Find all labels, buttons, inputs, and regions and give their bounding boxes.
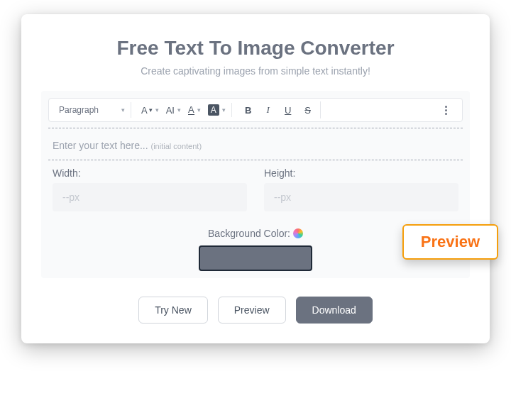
bold-button[interactable]: B <box>239 101 258 118</box>
background-label: Background Color: <box>208 228 290 239</box>
color-wheel-icon <box>293 228 303 238</box>
chevron-down-icon: ▾ <box>121 106 125 114</box>
dimensions-row: Width: Height: <box>48 167 463 211</box>
editor-toolbar: Paragraph ▾ A▾ ▾ AI ▾ A ▾ A ▾ <box>48 98 463 122</box>
chevron-down-icon: ▾ <box>155 106 159 114</box>
height-column: Height: <box>264 167 458 211</box>
page-subtitle: Create captivating images from simple te… <box>41 65 470 77</box>
width-input[interactable] <box>53 183 247 211</box>
block-format-select[interactable]: Paragraph ▾ <box>53 102 131 118</box>
font-family-dropdown[interactable]: A▾ ▾ <box>138 104 162 117</box>
text-editor-area[interactable]: Enter your text here... (initial content… <box>48 133 463 155</box>
more-group <box>434 101 458 118</box>
chevron-down-icon: ▾ <box>177 106 181 114</box>
height-input[interactable] <box>264 183 458 211</box>
chevron-down-icon: ▾ <box>222 106 226 114</box>
background-color-swatch[interactable] <box>199 245 312 271</box>
separator <box>48 160 463 160</box>
background-section: Background Color: <box>48 227 463 271</box>
action-buttons: Try New Preview Download <box>41 297 470 324</box>
chevron-down-icon: ▾ <box>197 106 201 114</box>
converter-card: Free Text To Image Converter Create capt… <box>21 14 490 343</box>
italic-button[interactable]: I <box>259 101 278 118</box>
editor-placeholder-hint: (initial content) <box>151 142 202 150</box>
try-new-button[interactable]: Try New <box>138 297 208 324</box>
font-color-dropdown[interactable]: A ▾ <box>185 104 204 116</box>
block-format-label: Paragraph <box>59 105 99 115</box>
separator <box>48 128 463 128</box>
preview-button[interactable]: Preview <box>218 297 286 324</box>
background-label-row: Background Color: <box>208 228 303 239</box>
font-group: A▾ ▾ AI ▾ A ▾ A ▾ <box>136 103 232 117</box>
format-group: B I U S <box>236 101 321 118</box>
more-icon <box>439 106 453 115</box>
strikethrough-button[interactable]: S <box>299 101 317 118</box>
font-size-dropdown[interactable]: AI ▾ <box>163 104 184 117</box>
height-label: Height: <box>264 167 458 179</box>
download-button[interactable]: Download <box>296 297 373 324</box>
width-label: Width: <box>53 167 247 179</box>
underline-button[interactable]: U <box>279 101 297 118</box>
more-options-button[interactable] <box>436 101 455 118</box>
editor-placeholder: Enter your text here... <box>53 140 148 151</box>
highlight-color-dropdown[interactable]: A ▾ <box>205 103 229 117</box>
width-column: Width: <box>53 167 247 211</box>
page-title: Free Text To Image Converter <box>41 37 470 60</box>
preview-badge: Preview <box>402 224 498 260</box>
